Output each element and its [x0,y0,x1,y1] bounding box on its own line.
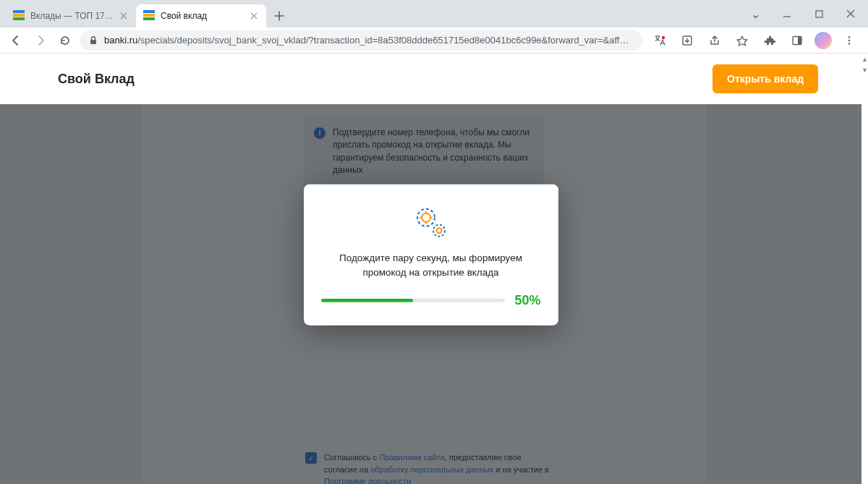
vertical-scrollbar[interactable]: ▲ ▼ [861,54,868,484]
svg-rect-11 [798,36,801,44]
svg-point-18 [436,228,441,233]
modal-message: Подождите пару секунд, мы формируем пром… [321,250,541,280]
sidepanel-icon[interactable] [787,30,807,51]
new-tab-button[interactable] [269,6,289,26]
scroll-up-icon[interactable]: ▲ [861,54,868,64]
svg-rect-1 [13,14,25,17]
loading-modal: Подождите пару секунд, мы формируем пром… [304,184,558,326]
progress-bar [321,299,505,302]
svg-rect-7 [90,40,96,44]
svg-point-8 [661,36,664,39]
window-close-button[interactable] [835,3,867,25]
progress-fill [321,299,413,302]
svg-point-17 [433,224,445,236]
lock-icon [88,35,98,46]
svg-rect-0 [13,10,25,13]
window-controls: ⌄ [739,0,868,27]
tab-0[interactable]: Вклады — ТОП 175 банков с де [6,4,136,27]
translate-icon[interactable] [650,30,670,51]
svg-rect-3 [143,10,155,13]
forward-button[interactable] [30,30,51,51]
reload-button[interactable] [55,30,75,51]
extensions-icon[interactable] [760,30,780,51]
minimize-button[interactable] [771,3,803,25]
tab-1[interactable]: Свой вклад [136,4,266,27]
bookmark-icon[interactable] [732,30,752,51]
svg-point-13 [848,39,851,41]
browser-titlebar: Вклады — ТОП 175 банков с де Свой вклад … [0,0,868,27]
tab-title: Вклады — ТОП 175 банков с де [30,11,114,21]
install-icon[interactable] [677,30,697,51]
tab-strip: Вклады — ТОП 175 банков с де Свой вклад [0,0,739,27]
svg-point-14 [848,43,851,45]
open-deposit-button[interactable]: Открыть вклад [712,64,818,93]
progress-percent: 50% [515,293,541,308]
svg-rect-4 [143,14,155,17]
toolbar-actions [647,30,862,51]
svg-rect-2 [13,17,25,20]
svg-point-16 [422,213,430,221]
back-button[interactable] [6,30,26,51]
svg-rect-5 [143,17,155,20]
gears-icon [321,203,541,240]
tab-favicon [13,10,25,22]
scroll-down-icon[interactable]: ▼ [861,64,868,75]
share-icon[interactable] [705,30,725,51]
tab-title: Свой вклад [161,11,244,21]
site-header: Свой Вклад Открыть вклад [0,54,861,104]
svg-rect-6 [816,11,822,17]
url-text: banki.ru/specials/deposits/svoj_bank_svo… [104,35,634,46]
browser-toolbar: banki.ru/specials/deposits/svoj_bank_svo… [0,27,868,54]
close-icon[interactable] [119,11,129,21]
address-bar[interactable]: banki.ru/specials/deposits/svoj_bank_svo… [80,30,642,51]
chevron-down-icon[interactable]: ⌄ [739,3,771,25]
svg-point-12 [848,36,851,38]
page-title: Свой Вклад [58,72,135,87]
progress-row: 50% [321,293,541,308]
maximize-button[interactable] [803,3,835,25]
profile-avatar[interactable] [814,32,832,49]
close-icon[interactable] [249,11,259,21]
page-content: Свой Вклад Открыть вклад i Подтвердите н… [0,54,861,484]
tab-favicon [143,10,155,22]
menu-icon[interactable] [839,30,859,51]
page-viewport: Свой Вклад Открыть вклад i Подтвердите н… [0,54,868,484]
